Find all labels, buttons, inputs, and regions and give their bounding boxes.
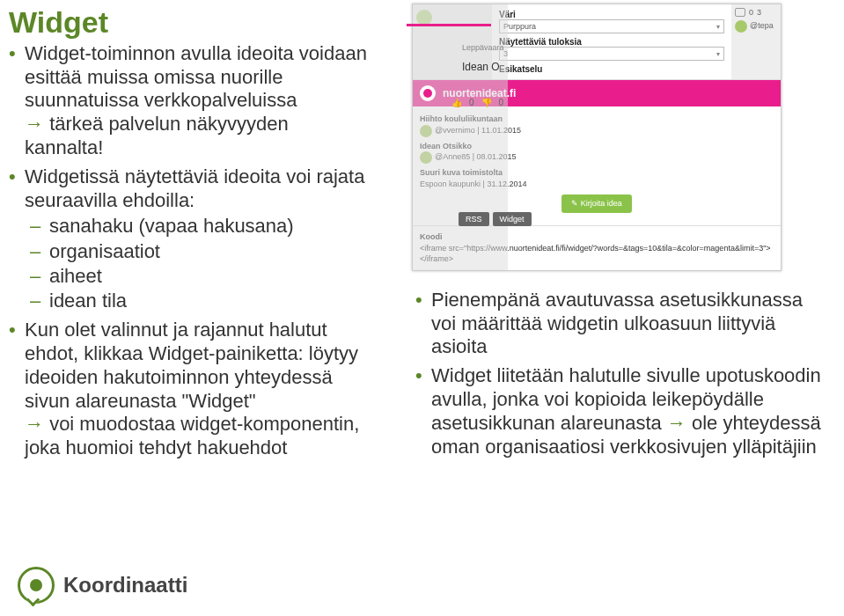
- settings-panel: Väri Purppura ▾ Näytettäviä tuloksia 3 ▾: [492, 4, 731, 79]
- right-bullet-list: Pienempänä avautuvassa asetusikkunassa v…: [415, 289, 826, 459]
- thumbs-up-icon: 👍: [451, 98, 462, 107]
- idea-title-behind: Idean O: [462, 61, 500, 73]
- widget-settings-screenshot: Leppävaara Idean O 👍0 👎0 RSS Widget Väri: [412, 4, 782, 271]
- results-select[interactable]: 3 ▾: [499, 47, 724, 61]
- sub-item: idean tila: [25, 289, 370, 313]
- count-3: 3: [757, 8, 761, 17]
- left-bullet-list: Widget-toiminnon avulla ideoita voidaan …: [9, 42, 370, 460]
- bullet-2-text: Widgetissä näytettäviä ideoita voi rajat…: [25, 165, 364, 211]
- color-select-value: Purppura: [503, 22, 536, 31]
- bullet-1: Widget-toiminnon avulla ideoita voidaan …: [9, 42, 370, 160]
- results-label: Näytettäviä tuloksia: [499, 37, 724, 47]
- bullet-3: Kun olet valinnut ja rajannut halutut eh…: [9, 319, 370, 460]
- arrow-icon: →: [25, 113, 44, 135]
- bullet-3-tail: voi muodostaa widget-komponentin, joka h…: [25, 413, 359, 458]
- comment-icon: [735, 8, 745, 17]
- avatar-icon: [735, 20, 747, 33]
- sub-item: aiheet: [25, 264, 370, 289]
- thumbs-down-icon: 👎: [481, 98, 492, 107]
- screenshot-pink-bar: [407, 24, 491, 26]
- logo-bubble-icon: [18, 567, 55, 604]
- color-select[interactable]: Purppura ▾: [499, 19, 724, 33]
- breadcrumb-text: Leppävaara: [462, 43, 504, 52]
- bullet-3-text: Kun olet valinnut ja rajannut halutut eh…: [25, 319, 358, 411]
- write-idea-button[interactable]: ✎ Kirjoita idea: [561, 194, 632, 213]
- sub-list: sanahaku (vapaa hakusana) organisaatiot …: [25, 214, 370, 313]
- right-bullet-1: Pienempänä avautuvassa asetusikkunassa v…: [415, 289, 826, 359]
- right-bullet-2: Widget liitetään halutulle sivulle upotu…: [415, 364, 826, 458]
- user-handle: @tepa: [735, 20, 777, 33]
- count-0: 0: [749, 8, 753, 17]
- thumbs-up-count: 0: [469, 98, 474, 107]
- arrow-icon: →: [667, 412, 686, 434]
- bullet-2: Widgetissä näytettäviä ideoita voi rajat…: [9, 165, 370, 313]
- color-label: Väri: [499, 10, 724, 19]
- rss-button[interactable]: RSS: [459, 212, 489, 226]
- koordinaatti-logo: Koordinaatti: [18, 567, 187, 604]
- page-title: Widget: [9, 7, 370, 39]
- sub-item: organisaatiot: [25, 239, 370, 264]
- bullet-1-text: Widget-toiminnon avulla ideoita voidaan …: [25, 42, 370, 113]
- brand-bubble-icon: [420, 85, 436, 101]
- vote-row: 👍0 👎0: [451, 98, 503, 107]
- sub-item: sanahaku (vapaa hakusana): [25, 214, 370, 238]
- arrow-icon: →: [25, 413, 44, 435]
- preview-label: Esikatselu: [499, 64, 724, 74]
- bullet-1-tail: tärkeä palvelun näkyvyyden kannalta!: [25, 113, 289, 158]
- bottom-buttons: RSS Widget: [459, 212, 532, 226]
- logo-text: Koordinaatti: [63, 573, 187, 598]
- chevron-down-icon: ▾: [716, 23, 720, 31]
- widget-button[interactable]: Widget: [493, 212, 532, 226]
- chevron-down-icon: ▾: [716, 50, 720, 58]
- screenshot-right-col: 0 3 @tepa: [731, 4, 781, 79]
- thumbs-down-count: 0: [499, 98, 504, 107]
